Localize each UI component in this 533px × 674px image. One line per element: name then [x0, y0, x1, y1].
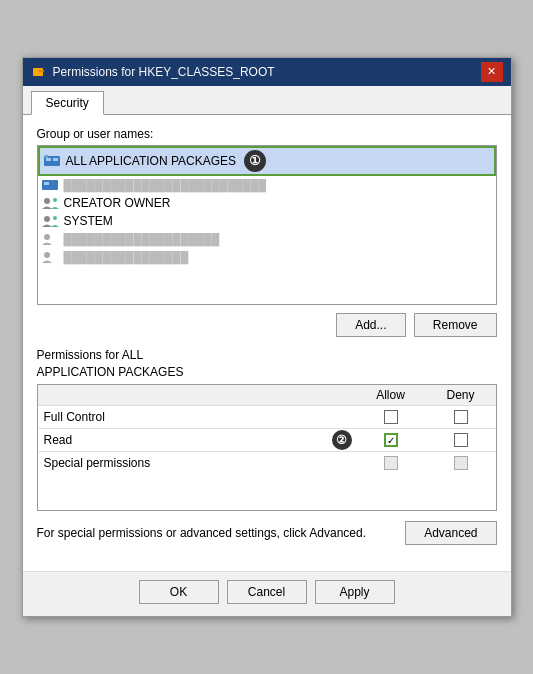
key-icon: [31, 64, 47, 80]
svg-point-8: [44, 198, 50, 204]
title-bar: Permissions for HKEY_CLASSES_ROOT ✕: [23, 58, 511, 86]
full-control-deny-checkbox[interactable]: [454, 410, 468, 424]
list-item[interactable]: SYSTEM: [38, 212, 496, 230]
svg-point-13: [44, 252, 50, 258]
user-icon: [42, 196, 60, 210]
add-remove-row: Add... Remove: [37, 313, 497, 337]
full-control-allow-cell: [356, 406, 426, 428]
svg-rect-7: [44, 182, 49, 185]
special-allow-cell: [356, 452, 426, 474]
perm-row-special: Special permissions: [38, 451, 496, 474]
read-allow-checkbox[interactable]: [384, 433, 398, 447]
remove-button[interactable]: Remove: [414, 313, 497, 337]
group-list[interactable]: ALL APPLICATION PACKAGES ① █████████████…: [37, 145, 497, 305]
group-section-label: Group or user names:: [37, 127, 497, 141]
svg-point-11: [53, 216, 57, 220]
list-item[interactable]: CREATOR OWNER: [38, 194, 496, 212]
group-item-blurred2: ████████████████████: [64, 233, 220, 245]
svg-point-9: [53, 198, 57, 202]
allow-header: Allow: [356, 385, 426, 405]
add-button[interactable]: Add...: [336, 313, 406, 337]
user-icon4: [42, 250, 60, 264]
permissions-header: Permissions for ALL APPLICATION PACKAGES: [37, 347, 497, 381]
app-packages-icon2: [42, 178, 60, 192]
list-item[interactable]: ALL APPLICATION PACKAGES ①: [38, 146, 496, 176]
perm-table-spacer: [38, 474, 496, 510]
info-text: For special permissions or advanced sett…: [37, 525, 396, 542]
main-window: Permissions for HKEY_CLASSES_ROOT ✕ Secu…: [22, 57, 512, 618]
perm-name-special: Special permissions: [38, 452, 356, 474]
title-text: Permissions for HKEY_CLASSES_ROOT: [53, 65, 275, 79]
close-button[interactable]: ✕: [481, 62, 503, 82]
apply-button[interactable]: Apply: [315, 580, 395, 604]
read-deny-checkbox[interactable]: [454, 433, 468, 447]
tab-bar: Security: [23, 86, 511, 115]
footer-buttons: OK Cancel Apply: [23, 571, 511, 616]
full-control-allow-checkbox[interactable]: [384, 410, 398, 424]
group-item-creator: CREATOR OWNER: [64, 196, 171, 210]
app-packages-icon: [44, 154, 62, 168]
title-bar-left: Permissions for HKEY_CLASSES_ROOT: [31, 64, 275, 80]
list-item[interactable]: ████████████████████: [38, 230, 496, 248]
read-deny-cell: [426, 429, 496, 451]
ok-button[interactable]: OK: [139, 580, 219, 604]
svg-rect-1: [39, 70, 44, 72]
advanced-button[interactable]: Advanced: [405, 521, 496, 545]
perm-name: Full Control: [38, 406, 356, 428]
svg-point-12: [44, 234, 50, 240]
group-item-name: ALL APPLICATION PACKAGES: [66, 154, 237, 168]
svg-rect-4: [53, 158, 58, 161]
perm-name-read: Read: [38, 429, 356, 451]
svg-rect-3: [46, 158, 51, 161]
badge-1: ①: [244, 150, 266, 172]
group-item-blurred3: ████████████████: [64, 251, 189, 263]
info-advanced-row: For special permissions or advanced sett…: [37, 521, 497, 545]
perm-row-read: Read ②: [38, 428, 496, 451]
permissions-table: Allow Deny Full Control Read ②: [37, 384, 497, 511]
list-item[interactable]: ████████████████: [38, 248, 496, 266]
deny-header: Deny: [426, 385, 496, 405]
perm-row-full-control: Full Control: [38, 405, 496, 428]
permissions-header-row: Allow Deny: [38, 385, 496, 405]
group-item-blurred1: ██████████████████████████: [64, 179, 267, 191]
user-icon2: [42, 214, 60, 228]
special-allow-checkbox[interactable]: [384, 456, 398, 470]
special-deny-cell: [426, 452, 496, 474]
group-item-system: SYSTEM: [64, 214, 113, 228]
read-allow-cell: ②: [356, 429, 426, 451]
svg-rect-5: [45, 155, 48, 158]
list-item[interactable]: ██████████████████████████: [38, 176, 496, 194]
special-deny-checkbox[interactable]: [454, 456, 468, 470]
tab-security[interactable]: Security: [31, 91, 104, 115]
badge-2: ②: [332, 430, 352, 450]
full-control-deny-cell: [426, 406, 496, 428]
svg-point-10: [44, 216, 50, 222]
perm-col-label: [38, 385, 356, 405]
user-icon3: [42, 232, 60, 246]
cancel-button[interactable]: Cancel: [227, 580, 307, 604]
content-area: Group or user names: ALL APPLICATION PAC…: [23, 115, 511, 572]
